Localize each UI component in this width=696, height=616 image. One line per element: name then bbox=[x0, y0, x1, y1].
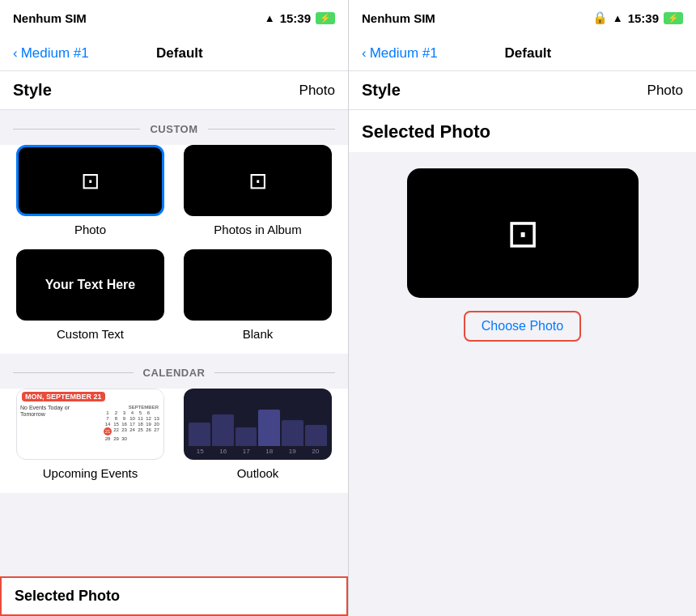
right-status-bar: Nenhum SIM 🔒 ▲ 15:39 ⚡ bbox=[349, 0, 696, 36]
widget-item-blank[interactable]: Blank bbox=[180, 249, 335, 341]
right-battery-icon: ⚡ bbox=[664, 12, 683, 24]
right-style-header: Style Photo bbox=[349, 71, 696, 110]
right-style-label: Style bbox=[362, 81, 401, 100]
cal-date: 8 bbox=[112, 416, 120, 421]
cal-date: 5 bbox=[137, 410, 144, 415]
left-nav-title: Default bbox=[156, 45, 203, 62]
cal-date: 27 bbox=[153, 427, 160, 435]
right-carrier: Nenhum SIM bbox=[362, 11, 435, 25]
widget-thumb-custom-text: Your Text Here bbox=[16, 249, 164, 321]
outlook-label-5: 19 bbox=[289, 448, 296, 455]
cal-header: MON, SEPTEMBER 21 bbox=[17, 389, 163, 403]
left-phone-panel: Nenhum SIM ▲ 15:39 ⚡ ‹ Medium #1 Default… bbox=[0, 0, 348, 616]
right-status-icons: 🔒 ▲ 15:39 ⚡ bbox=[592, 11, 683, 25]
large-photo-thumbnail: ⊡ bbox=[407, 168, 639, 298]
cal-date: 17 bbox=[129, 422, 136, 427]
right-chevron-icon: ‹ bbox=[362, 45, 367, 62]
cal-month-label: SEPTEMBER bbox=[104, 405, 160, 410]
right-photo-label: Photo bbox=[647, 83, 683, 99]
cal-event-text2: Tomorrow bbox=[20, 411, 100, 417]
widget-thumb-photo: ⊡ bbox=[16, 145, 164, 216]
right-wifi-icon: ▲ bbox=[613, 12, 623, 24]
cal-date: 30 bbox=[121, 436, 128, 441]
outlook-bars bbox=[189, 393, 327, 446]
cal-date: 3 bbox=[121, 410, 128, 415]
right-selected-photo-heading: Selected Photo bbox=[349, 110, 696, 152]
cal-day-badge: MON, SEPTEMBER 21 bbox=[22, 392, 105, 401]
cal-date: 13 bbox=[153, 416, 160, 421]
widget-thumb-blank bbox=[184, 249, 332, 321]
cal-date: 11 bbox=[137, 416, 144, 421]
selected-photo-title: Selected Photo bbox=[362, 121, 490, 142]
left-carrier: Nenhum SIM bbox=[13, 11, 87, 25]
cal-date: 7 bbox=[104, 416, 112, 421]
right-back-button[interactable]: ‹ Medium #1 bbox=[362, 45, 438, 62]
custom-section-divider: CUSTOM bbox=[0, 110, 348, 145]
widget-item-outlook[interactable]: 15 16 17 18 19 20 Outlook bbox=[180, 389, 335, 480]
outlook-bar-6 bbox=[305, 425, 327, 446]
left-battery-icon: ⚡ bbox=[316, 12, 335, 24]
cal-date: 12 bbox=[145, 416, 152, 421]
cal-date: 9 bbox=[121, 416, 128, 421]
outlook-label-2: 16 bbox=[219, 448, 227, 455]
outlook-bar-2 bbox=[212, 414, 234, 446]
outlook-labels: 15 16 17 18 19 20 bbox=[189, 446, 327, 455]
cal-date: 28 bbox=[104, 436, 112, 441]
left-time: 15:39 bbox=[280, 11, 311, 25]
widget-item-album[interactable]: ⊡ Photos in Album bbox=[180, 145, 335, 236]
widget-item-upcoming[interactable]: MON, SEPTEMBER 21 No Events Today or Tom… bbox=[13, 389, 168, 480]
cal-today-circle: 21 bbox=[104, 427, 112, 435]
selected-photo-label: Selected Photo bbox=[15, 588, 120, 604]
widget-name-upcoming: Upcoming Events bbox=[43, 466, 138, 480]
widget-item-photo[interactable]: ⊡ Photo bbox=[13, 145, 168, 236]
cal-date: 25 bbox=[137, 427, 144, 435]
divider-line-right bbox=[208, 129, 335, 130]
left-status-icons: ▲ 15:39 ⚡ bbox=[265, 11, 335, 25]
cal-date: 18 bbox=[137, 422, 144, 427]
widget-name-album: Photos in Album bbox=[214, 223, 301, 236]
widget-name-photo: Photo bbox=[74, 223, 106, 236]
cal-events-col: No Events Today or Tomorrow bbox=[20, 405, 100, 457]
divider-line-left bbox=[13, 129, 140, 130]
outlook-bar-4 bbox=[258, 410, 280, 447]
cal-date: 6 bbox=[145, 410, 152, 415]
calendar-section-divider: CALENDAR bbox=[0, 354, 348, 389]
outlook-label-1: 15 bbox=[197, 448, 204, 455]
cal-date: 22 bbox=[112, 427, 120, 435]
widget-item-custom-text[interactable]: Your Text Here Custom Text bbox=[13, 249, 168, 341]
cal-date: 16 bbox=[121, 422, 128, 427]
right-nav-bar: ‹ Medium #1 Default bbox=[349, 36, 696, 71]
cal-date: 1 bbox=[104, 410, 112, 415]
outlook-bar-1 bbox=[189, 423, 210, 446]
outlook-label-6: 20 bbox=[312, 448, 319, 455]
left-nav-bar: ‹ Medium #1 Default bbox=[0, 36, 348, 71]
left-style-label: Style bbox=[13, 81, 52, 100]
cal-date: 20 bbox=[153, 422, 160, 427]
cal-date: 23 bbox=[121, 427, 128, 435]
left-scroll-area[interactable]: CUSTOM ⊡ Photo ⊡ Photos in Album bbox=[0, 110, 348, 576]
cal-date: 4 bbox=[129, 410, 136, 415]
choose-photo-button[interactable]: Choose Photo bbox=[464, 311, 581, 342]
cal-date: 15 bbox=[112, 422, 120, 427]
widget-thumb-outlook: 15 16 17 18 19 20 bbox=[184, 389, 332, 460]
left-wifi-icon: ▲ bbox=[265, 12, 275, 24]
calendar-widget-grid: MON, SEPTEMBER 21 No Events Today or Tom… bbox=[0, 389, 348, 493]
cal-date bbox=[153, 410, 160, 415]
left-back-button[interactable]: ‹ Medium #1 bbox=[13, 45, 89, 62]
cal-date: 10 bbox=[129, 416, 136, 421]
cal-date: 19 bbox=[145, 422, 152, 427]
right-back-label: Medium #1 bbox=[370, 45, 438, 62]
outlook-label-4: 18 bbox=[265, 448, 273, 455]
album-widget-icon: ⊡ bbox=[248, 168, 267, 194]
right-phone-panel: Nenhum SIM 🔒 ▲ 15:39 ⚡ ‹ Medium #1 Defau… bbox=[348, 0, 696, 616]
cal-date: 29 bbox=[112, 436, 120, 441]
selected-photo-bar: Selected Photo bbox=[0, 576, 348, 616]
cal-divider-line-right bbox=[214, 372, 335, 373]
widget-thumb-upcoming: MON, SEPTEMBER 21 No Events Today or Tom… bbox=[16, 389, 164, 460]
cal-date-grid: 1 2 3 4 5 6 7 8 9 10 11 bbox=[104, 410, 160, 441]
photo-widget-icon: ⊡ bbox=[81, 168, 100, 194]
widget-name-outlook: Outlook bbox=[237, 466, 279, 480]
right-nav-title: Default bbox=[505, 45, 552, 62]
custom-widget-grid: ⊡ Photo ⊡ Photos in Album Your Text Here… bbox=[0, 145, 348, 354]
widget-name-blank: Blank bbox=[243, 327, 274, 341]
